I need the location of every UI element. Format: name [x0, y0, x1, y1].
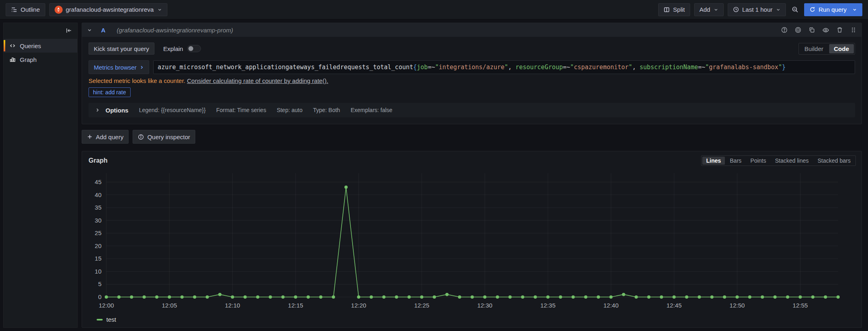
- graph-panel: Graph Lines Bars Points Stacked lines St…: [82, 151, 862, 328]
- query-options-row[interactable]: Options Legend: {{resourceName}} Format:…: [89, 103, 855, 117]
- warning-rate-link[interactable]: Consider calculating rate of counter by …: [187, 77, 328, 84]
- svg-text:12:40: 12:40: [604, 302, 619, 309]
- split-icon: [663, 6, 670, 13]
- add-label: Add: [699, 6, 710, 13]
- option-exemplars: Exemplars: false: [351, 107, 392, 113]
- datasource-name: grafanacloud-awsintegrationrevamp-prom: [66, 6, 154, 13]
- options-label: Options: [106, 107, 129, 114]
- info-circle-icon: [138, 134, 144, 140]
- time-series-chart[interactable]: 05101520253035404512:0012:0512:1012:1512…: [88, 171, 848, 313]
- metrics-browser-button[interactable]: Metrics browser: [89, 60, 149, 74]
- datasource-picker[interactable]: grafanacloud-awsintegrationrevamp-prom: [49, 3, 167, 16]
- content-outline-sidebar: Queries Graph: [3, 23, 78, 328]
- query-token: =~: [563, 64, 570, 71]
- prometheus-icon: [55, 6, 63, 14]
- editor-mode-switch: Builder Code: [798, 43, 855, 55]
- split-button[interactable]: Split: [658, 3, 690, 16]
- warning-text: Selected metric looks like a counter.: [89, 77, 185, 84]
- split-label: Split: [673, 6, 685, 13]
- legend-item-test[interactable]: test: [97, 316, 856, 323]
- graph-style-switch: Lines Bars Points Stacked lines Stacked …: [701, 155, 856, 166]
- code-mode-button[interactable]: Code: [829, 44, 854, 53]
- svg-text:10: 10: [95, 268, 101, 275]
- query-token: ": [778, 64, 782, 71]
- sidebar-item-label: Graph: [20, 56, 37, 63]
- sidebar-item-graph[interactable]: Graph: [4, 53, 77, 66]
- svg-text:0: 0: [98, 293, 101, 300]
- query-token: ,: [632, 64, 640, 71]
- outline-label: Outline: [21, 6, 40, 13]
- run-query-label: Run query: [819, 6, 847, 13]
- code-icon: [9, 42, 16, 49]
- time-range-picker[interactable]: Last 1 hour: [728, 3, 786, 16]
- svg-text:12:50: 12:50: [730, 302, 745, 309]
- outline-icon: [11, 6, 17, 13]
- query-datasource-hint: (grafanacloud-awsintegrationrevamp-prom): [117, 27, 233, 34]
- query-token: ": [629, 64, 632, 71]
- options-summary: Legend: {{resourceName}} Format: Time se…: [139, 107, 393, 113]
- copy-query-icon[interactable]: [809, 27, 815, 33]
- graph-mode-lines[interactable]: Lines: [702, 157, 725, 165]
- hint-add-rate-button[interactable]: hint: add rate: [89, 87, 131, 97]
- outline-button[interactable]: Outline: [6, 3, 45, 16]
- remove-query-icon[interactable]: [836, 27, 843, 33]
- hide-response-icon[interactable]: [822, 27, 829, 34]
- metrics-browser-label: Metrics browser: [94, 64, 137, 71]
- query-token: ": [505, 64, 508, 71]
- query-token: ": [435, 64, 439, 71]
- graph-mode-points[interactable]: Points: [746, 157, 770, 165]
- collapse-outline-icon[interactable]: [65, 27, 72, 34]
- plus-icon: [87, 134, 93, 140]
- drag-handle-icon[interactable]: [850, 27, 857, 33]
- svg-text:12:30: 12:30: [477, 302, 492, 309]
- zoom-out-icon: [792, 6, 798, 13]
- query-token: azure_microsoft_network_applicationgatew…: [158, 64, 413, 71]
- explain-toggle[interactable]: [187, 45, 201, 52]
- chevron-down-icon: [714, 7, 718, 12]
- help-icon[interactable]: [781, 27, 788, 33]
- svg-text:12:10: 12:10: [225, 302, 240, 309]
- option-legend: Legend: {{resourceName}}: [139, 107, 206, 113]
- option-format: Format: Time series: [216, 107, 266, 113]
- disable-query-icon[interactable]: [795, 27, 801, 33]
- explore-main: Queries Graph A (grafanacloud-awsintegra…: [0, 19, 868, 331]
- svg-text:35: 35: [95, 204, 101, 211]
- chevron-down-icon[interactable]: [87, 28, 92, 33]
- svg-text:25: 25: [95, 229, 101, 236]
- toggle-knob: [188, 46, 193, 51]
- promql-query-input[interactable]: azure_microsoft_network_applicationgatew…: [153, 60, 855, 74]
- query-token: grafanalabs-sandbox: [709, 64, 779, 71]
- builder-mode-button[interactable]: Builder: [800, 44, 828, 53]
- sidebar-item-queries[interactable]: Queries: [4, 39, 77, 53]
- add-button[interactable]: Add: [694, 3, 724, 16]
- time-range-label: Last 1 hour: [742, 6, 773, 13]
- kick-start-query-button[interactable]: Kick start your query: [89, 42, 154, 55]
- svg-text:12:05: 12:05: [162, 302, 177, 309]
- graph-mode-stacked-lines[interactable]: Stacked lines: [771, 157, 813, 165]
- query-inspector-label: Query inspector: [147, 134, 190, 140]
- query-row-header[interactable]: A (grafanacloud-awsintegrationrevamp-pro…: [82, 23, 862, 37]
- counter-warning: Selected metric looks like a counter. Co…: [89, 77, 855, 84]
- explain-label: Explain: [163, 45, 183, 52]
- kick-start-label: Kick start your query: [94, 45, 149, 52]
- add-query-button[interactable]: Add query: [82, 130, 129, 144]
- option-type: Type: Both: [313, 107, 340, 113]
- zoom-out-button[interactable]: [790, 3, 800, 16]
- svg-text:40: 40: [95, 191, 101, 198]
- run-query-button[interactable]: Run query: [804, 3, 862, 16]
- svg-text:12:15: 12:15: [288, 302, 303, 309]
- query-token: cspazuremonitor: [574, 64, 628, 71]
- chevron-down-icon: [157, 7, 162, 12]
- svg-text:12:35: 12:35: [540, 302, 555, 309]
- legend-series-label: test: [106, 316, 116, 323]
- option-step: Step: auto: [277, 107, 302, 113]
- svg-text:12:55: 12:55: [793, 302, 808, 309]
- add-query-label: Add query: [96, 134, 123, 140]
- chevron-down-icon: [776, 7, 781, 12]
- graph-mode-stacked-bars[interactable]: Stacked bars: [813, 157, 855, 165]
- bar-chart-icon: [9, 56, 16, 63]
- explore-content: A (grafanacloud-awsintegrationrevamp-pro…: [82, 23, 862, 328]
- query-token: ,: [508, 64, 515, 71]
- query-inspector-button[interactable]: Query inspector: [133, 130, 195, 144]
- graph-mode-bars[interactable]: Bars: [726, 157, 746, 165]
